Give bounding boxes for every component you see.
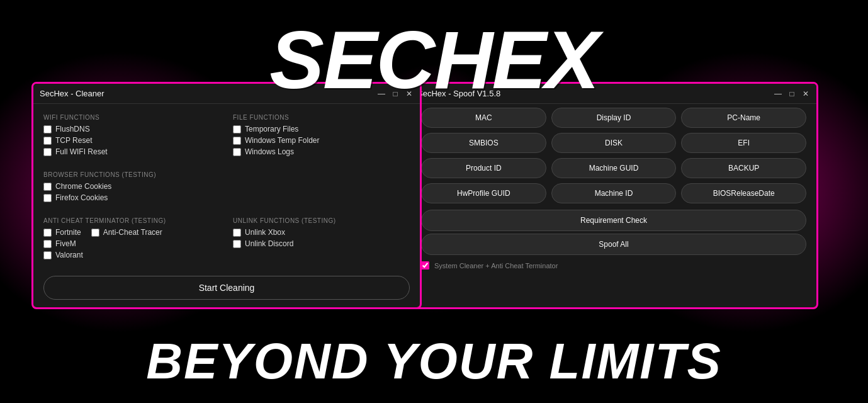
pcname-button[interactable]: PC-Name [681, 108, 806, 128]
start-cleaning-button[interactable]: Start Cleaning [43, 276, 410, 300]
wintempfolder-item: Windows Temp Folder [233, 136, 410, 145]
biosreleasedate-button[interactable]: BIOSReleaseDate [681, 183, 806, 203]
unlinkxbox-item: Unlink Xbox [233, 228, 410, 237]
fivem-item: FiveM [43, 239, 220, 248]
tempfiles-checkbox[interactable] [233, 125, 241, 133]
watermark-tagline: BEYOND YOUR LIMITS [146, 332, 722, 390]
cleaner-controls: — □ ✕ [377, 89, 414, 98]
cleaner-titlebar: SecHex - Cleaner — □ ✕ [33, 84, 420, 104]
tcpreset-item: TCP Reset [43, 136, 220, 145]
unlinkxbox-label: Unlink Xbox [245, 228, 285, 237]
unlinkdiscord-item: Unlink Discord [233, 239, 410, 248]
flushdns-checkbox[interactable] [43, 125, 52, 133]
spoof-grid: MAC Display ID PC-Name SMBIOS DISK EFI P… [411, 104, 816, 207]
unlinkdiscord-label: Unlink Discord [245, 239, 293, 248]
anticheat-section: ANTI CHEAT TERMINATOR (testing) Fortnite… [43, 215, 220, 262]
spoof-title: SecHex - Spoof V1.5.8 [417, 89, 500, 98]
firefoxcookies-checkbox[interactable] [43, 194, 52, 202]
tcpreset-checkbox[interactable] [43, 137, 52, 145]
machineid-button[interactable]: Machine ID [551, 183, 677, 203]
system-cleaner-checkbox[interactable] [421, 261, 429, 270]
machineguid-button[interactable]: Machine GUID [551, 158, 677, 178]
cleaner-window: SecHex - Cleaner — □ ✕ WIFI FUNCTIONS Fl… [31, 82, 422, 309]
wifi-label: WIFI FUNCTIONS [43, 114, 220, 121]
maximize-button[interactable]: □ [391, 89, 400, 98]
windows-container: SecHex - Cleaner — □ ✕ WIFI FUNCTIONS Fl… [31, 82, 837, 309]
fortnite-label: Fortnite [55, 228, 81, 237]
bottom-bar: System Cleaner + Anti Cheat Terminator [411, 258, 816, 273]
file-label: FILE FUNCTIONS [233, 114, 410, 121]
hwprofileguid-button[interactable]: HwProfile GUID [421, 183, 546, 203]
chromecookies-label: Chrome Cookies [55, 182, 111, 191]
anticheattracer-label: Anti-Cheat Tracer [103, 228, 162, 237]
unlink-label: UNLINK FUNCTIONS (testing) [233, 217, 410, 224]
winlogs-label: Windows Logs [245, 147, 294, 156]
flushdns-item: FlushDNS [43, 125, 220, 133]
flushdns-label: FlushDNS [55, 125, 90, 133]
fivem-checkbox[interactable] [43, 240, 52, 248]
displayid-button[interactable]: Display ID [551, 108, 677, 128]
disk-button[interactable]: DISK [551, 133, 677, 153]
browser-label: BROWSER FUNCTIONS (testing) [43, 171, 410, 178]
anticheattracer-item: Anti-Cheat Tracer [91, 228, 162, 237]
chromecookies-item: Chrome Cookies [43, 182, 410, 191]
anticheattracer-checkbox[interactable] [91, 229, 99, 237]
valorant-item: Valorant [43, 251, 220, 259]
tcpreset-label: TCP Reset [55, 136, 92, 145]
system-cleaner-label: System Cleaner + Anti Cheat Terminator [434, 262, 558, 270]
firefoxcookies-item: Firefox Cookies [43, 193, 410, 202]
cleaner-title: SecHex - Cleaner [40, 89, 104, 98]
spoof-close-button[interactable]: ✕ [801, 89, 810, 98]
productid-button[interactable]: Product ID [421, 158, 546, 178]
spoof-controls: — □ ✕ [774, 89, 810, 98]
spoof-maximize-button[interactable]: □ [787, 89, 796, 98]
fullwifi-checkbox[interactable] [43, 148, 52, 156]
cleaner-content: WIFI FUNCTIONS FlushDNS TCP Reset Full W… [33, 104, 420, 307]
minimize-button[interactable]: — [377, 89, 386, 98]
fortnite-checkbox[interactable] [43, 229, 52, 237]
efi-button[interactable]: EFI [681, 133, 806, 153]
winlogs-checkbox[interactable] [233, 148, 241, 156]
fullwifi-label: Full WIFI Reset [55, 147, 108, 156]
winlogs-item: Windows Logs [233, 147, 410, 156]
tempfiles-label: Temporary Files [245, 125, 298, 133]
tempfiles-item: Temporary Files [233, 125, 410, 133]
unlinkdiscord-checkbox[interactable] [233, 240, 241, 248]
fullwifi-item: Full WIFI Reset [43, 147, 220, 156]
anticheat-label: ANTI CHEAT TERMINATOR (testing) [43, 217, 220, 224]
spoof-minimize-button[interactable]: — [774, 89, 782, 98]
close-button[interactable]: ✕ [405, 89, 414, 98]
requirement-check-button[interactable]: Requirement Check [421, 210, 806, 231]
firefoxcookies-label: Firefox Cookies [55, 193, 108, 202]
fortnite-item: Fortnite [43, 228, 81, 237]
file-section: FILE FUNCTIONS Temporary Files Windows T… [233, 111, 410, 159]
wintempfolder-checkbox[interactable] [233, 137, 241, 145]
browser-section: BROWSER FUNCTIONS (testing) Chrome Cooki… [43, 169, 410, 205]
valorant-checkbox[interactable] [43, 251, 52, 259]
smbios-button[interactable]: SMBIOS [421, 133, 546, 153]
spoof-titlebar: SecHex - Spoof V1.5.8 — □ ✕ [411, 84, 816, 104]
wifi-section: WIFI FUNCTIONS FlushDNS TCP Reset Full W… [43, 111, 220, 159]
valorant-label: Valorant [55, 251, 83, 259]
spoof-all-button[interactable]: Spoof All [421, 234, 806, 255]
main-grid: WIFI FUNCTIONS FlushDNS TCP Reset Full W… [43, 111, 410, 267]
unlinkxbox-checkbox[interactable] [233, 229, 241, 237]
backup-button[interactable]: BACKUP [681, 158, 806, 178]
wintempfolder-label: Windows Temp Folder [245, 136, 320, 145]
unlink-section: UNLINK FUNCTIONS (testing) Unlink Xbox U… [233, 215, 410, 262]
spoof-window: SecHex - Spoof V1.5.8 — □ ✕ MAC Display … [409, 82, 818, 309]
mac-button[interactable]: MAC [421, 108, 546, 128]
chromecookies-checkbox[interactable] [43, 183, 52, 191]
fivem-label: FiveM [55, 239, 76, 248]
anticheat-row1: Fortnite Anti-Cheat Tracer [43, 228, 220, 239]
